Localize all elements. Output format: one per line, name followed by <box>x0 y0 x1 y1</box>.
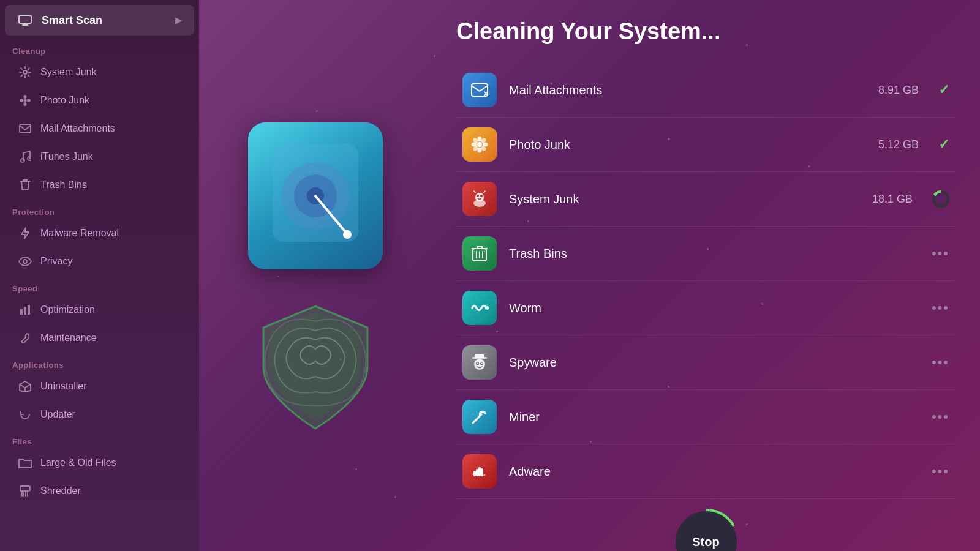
mail-attachments-size: 8.91 GB <box>878 84 919 97</box>
system-junk-label: System Junk <box>40 67 97 78</box>
system-junk-icon <box>462 182 497 216</box>
monitor-icon <box>17 12 33 28</box>
svg-point-24 <box>478 148 482 153</box>
svg-point-6 <box>27 99 31 102</box>
right-panel: Cleaning Your System... Mail Attachments… <box>432 0 980 551</box>
spyware-name: Spyware <box>509 356 900 370</box>
adware-dots: ••• <box>932 463 949 479</box>
chevron-right-icon: ▶ <box>175 15 182 25</box>
sidebar-item-privacy[interactable]: Privacy <box>5 247 194 276</box>
malware-removal-label: Malware Removal <box>40 228 119 239</box>
svg-point-33 <box>477 195 479 197</box>
sidebar-item-large-old-files[interactable]: Large & Old Files <box>5 449 194 477</box>
sidebar-item-maintenance[interactable]: Maintenance <box>5 324 194 352</box>
sidebar-item-shredder[interactable]: Shredder <box>5 477 194 505</box>
svg-point-38 <box>486 309 487 310</box>
smart-scan-label: Smart Scan <box>42 14 102 27</box>
eye-icon <box>17 253 33 269</box>
svg-point-41 <box>474 359 485 370</box>
bolt-icon <box>17 225 33 241</box>
svg-point-20 <box>343 230 352 239</box>
flower-icon <box>17 92 33 108</box>
scan-item-trash-bins: Trash Bins ••• <box>456 227 956 281</box>
sidebar-item-optimization[interactable]: Optimization <box>5 296 194 324</box>
photo-junk-name: Photo Junk <box>509 138 866 152</box>
sidebar-item-trash-bins[interactable]: Trash Bins <box>5 171 194 199</box>
cleanup-header: Cleanup <box>0 40 199 58</box>
music-icon <box>17 149 33 165</box>
sidebar-item-system-junk[interactable]: System Junk <box>5 58 194 86</box>
worm-dots: ••• <box>932 300 949 316</box>
speed-header: Speed <box>0 278 199 296</box>
mail-attachments-label: Mail Attachments <box>40 123 115 134</box>
scan-item-adware: Adware ••• <box>456 444 956 499</box>
trash-bins-icon <box>462 236 497 271</box>
miner-name: Miner <box>509 410 900 424</box>
svg-rect-0 <box>19 15 31 23</box>
svg-point-2 <box>24 99 27 102</box>
svg-point-3 <box>24 95 27 99</box>
disk-icon <box>248 122 383 269</box>
svg-point-10 <box>23 260 27 263</box>
sidebar: Smart Scan ▶ Cleanup System Junk Photo J… <box>0 0 199 551</box>
sidebar-item-uninstaller[interactable]: Uninstaller <box>5 372 194 400</box>
system-junk-spinner <box>932 190 949 208</box>
svg-point-4 <box>24 102 27 106</box>
optimization-label: Optimization <box>40 304 95 315</box>
scan-item-miner: Miner ••• <box>456 390 956 444</box>
updater-label: Updater <box>40 409 75 420</box>
scan-item-spyware: Spyware ••• <box>456 335 956 390</box>
svg-point-44 <box>477 363 478 364</box>
itunes-junk-label: iTunes Junk <box>40 151 93 162</box>
files-header: Files <box>0 431 199 449</box>
uninstaller-label: Uninstaller <box>40 381 87 392</box>
stop-button-wrap: Stop <box>456 511 956 551</box>
svg-rect-14 <box>20 486 30 491</box>
system-junk-name: System Junk <box>509 192 860 206</box>
photo-junk-size: 5.12 GB <box>878 138 919 151</box>
spyware-icon <box>462 345 497 380</box>
system-junk-size: 18.1 GB <box>872 193 913 206</box>
scan-item-mail-attachments: Mail Attachments 8.91 GB ✓ <box>456 63 956 118</box>
shred-icon <box>17 483 33 499</box>
sidebar-item-photo-junk[interactable]: Photo Junk <box>5 86 194 114</box>
svg-point-34 <box>480 195 483 197</box>
folder-icon <box>17 455 33 471</box>
worm-name: Worm <box>509 301 900 315</box>
trash-bins-label: Trash Bins <box>40 179 87 190</box>
sidebar-item-mail-attachments[interactable]: Mail Attachments <box>5 114 194 143</box>
sidebar-item-smart-scan[interactable]: Smart Scan ▶ <box>5 5 194 36</box>
svg-point-26 <box>483 143 488 147</box>
svg-point-5 <box>20 99 23 102</box>
svg-point-23 <box>478 137 482 142</box>
protection-header: Protection <box>0 201 199 219</box>
scan-item-worm: Worm ••• <box>456 281 956 335</box>
svg-rect-50 <box>473 474 486 476</box>
svg-point-32 <box>473 200 486 207</box>
mail-attachments-name: Mail Attachments <box>509 83 866 97</box>
spyware-dots: ••• <box>932 354 949 370</box>
miner-icon <box>462 400 497 434</box>
scan-item-system-junk: System Junk 18.1 GB <box>456 172 956 227</box>
svg-rect-13 <box>28 305 30 315</box>
box-icon <box>17 378 33 394</box>
sidebar-item-itunes-junk[interactable]: iTunes Junk <box>5 143 194 171</box>
scan-item-photo-junk: Photo Junk 5.12 GB ✓ <box>456 118 956 172</box>
large-old-files-label: Large & Old Files <box>40 457 116 468</box>
maintenance-label: Maintenance <box>40 332 97 343</box>
photo-junk-label: Photo Junk <box>40 95 89 106</box>
photo-junk-check: ✓ <box>938 137 949 152</box>
worm-icon <box>462 291 497 325</box>
trash-bins-dots: ••• <box>932 246 949 261</box>
mail-icon <box>17 121 33 137</box>
privacy-label: Privacy <box>40 256 72 267</box>
mail-attachments-icon <box>462 73 497 107</box>
sidebar-item-malware-removal[interactable]: Malware Removal <box>5 219 194 247</box>
page-title: Cleaning Your System... <box>456 18 956 45</box>
svg-point-1 <box>23 70 27 74</box>
sidebar-item-updater[interactable]: Updater <box>5 400 194 429</box>
svg-rect-12 <box>24 307 26 315</box>
shredder-label: Shredder <box>40 485 81 497</box>
wrench-icon <box>17 330 33 346</box>
shield-icon <box>254 306 377 429</box>
